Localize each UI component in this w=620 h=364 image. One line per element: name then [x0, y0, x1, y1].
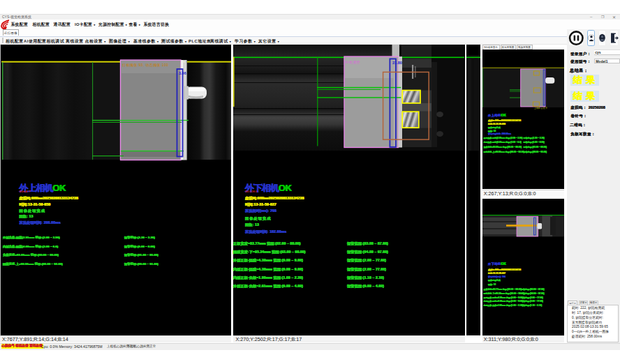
svg-text:上相机 占比:9: 上相机 占比:9: [534, 107, 547, 109]
svg-text:3.46: 3.46: [179, 71, 186, 75]
svg-text:AI检测区: AI检测区: [346, 59, 361, 64]
svg-text:23.80: 23.80: [392, 61, 402, 65]
svg-text:灯板阈值:93, 动态阈值:100: 灯板阈值:93, 动态阈值:100: [122, 63, 168, 68]
